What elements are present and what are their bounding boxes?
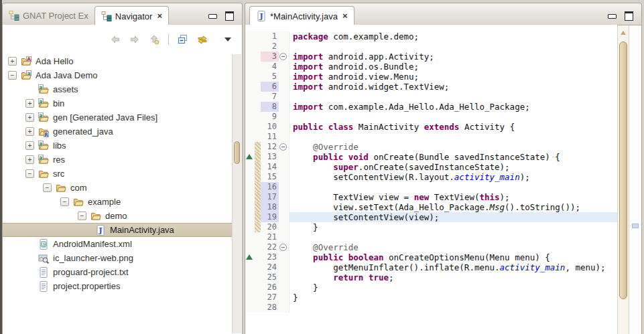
- code-text[interactable]: import com.example.Ada_Hello.Ada_Hello_P…: [289, 102, 617, 112]
- line-number[interactable]: 22: [261, 242, 279, 252]
- folding-ruler[interactable]: [279, 142, 289, 152]
- folding-ruler[interactable]: [279, 41, 289, 52]
- annotation-ruler[interactable]: [245, 52, 255, 62]
- link-with-editor-icon[interactable]: [196, 33, 209, 46]
- line-number[interactable]: 5: [261, 72, 279, 82]
- annotation-ruler[interactable]: [245, 202, 255, 212]
- line-number[interactable]: 4: [261, 62, 279, 72]
- annotation-ruler[interactable]: [245, 242, 255, 252]
- collapse-region-icon[interactable]: [279, 143, 287, 151]
- code-text[interactable]: setContentView(R.layout.activity_main);: [289, 172, 617, 182]
- folding-ruler[interactable]: [279, 272, 289, 282]
- tree-item-res[interactable]: +ares: [3, 153, 233, 167]
- expand-icon[interactable]: +: [25, 127, 34, 136]
- folding-ruler[interactable]: [279, 132, 289, 142]
- folding-ruler[interactable]: [279, 72, 289, 82]
- code-text[interactable]: return true;: [289, 272, 617, 282]
- line-number[interactable]: 7: [261, 92, 279, 102]
- tree-item-assets[interactable]: aassets: [3, 82, 233, 96]
- folding-ruler[interactable]: [279, 122, 289, 132]
- tree-item-proguard-project-txt[interactable]: proguard-project.txt: [3, 265, 233, 279]
- close-icon[interactable]: ×: [342, 12, 348, 20]
- annotation-ruler[interactable]: [245, 82, 255, 92]
- annotation-ruler[interactable]: [245, 293, 255, 303]
- line-number[interactable]: 1: [261, 31, 279, 41]
- line-number[interactable]: 8: [261, 102, 279, 112]
- code-text[interactable]: public class MainActivity extends Activi…: [289, 122, 617, 132]
- code-text[interactable]: import android.app.Activity;: [289, 52, 617, 62]
- tree-item-project-properties[interactable]: project.properties: [3, 279, 233, 293]
- folding-ruler[interactable]: [279, 152, 289, 162]
- annotation-ruler[interactable]: [245, 182, 255, 192]
- annotation-ruler[interactable]: [245, 282, 255, 293]
- expand-icon[interactable]: +: [25, 99, 34, 108]
- collapse-icon[interactable]: −: [78, 212, 86, 220]
- code-text[interactable]: TextView view = new TextView(this);: [289, 192, 617, 202]
- line-number[interactable]: 2: [261, 41, 279, 52]
- line-number[interactable]: 19: [261, 212, 279, 222]
- folding-ruler[interactable]: [279, 222, 289, 232]
- code-text[interactable]: import android.view.Menu;: [289, 72, 617, 82]
- minimize-icon[interactable]: [608, 14, 617, 19]
- expand-icon[interactable]: +: [25, 141, 34, 150]
- code-text[interactable]: @Override: [289, 242, 617, 252]
- line-number[interactable]: 23: [261, 252, 279, 262]
- annotation-ruler[interactable]: [245, 31, 255, 41]
- maximize-icon[interactable]: [625, 11, 633, 21]
- scrollbar-thumb[interactable]: [234, 141, 240, 164]
- annotation-ruler[interactable]: [245, 222, 255, 232]
- code-text[interactable]: super.onCreate(savedInstanceState);: [289, 162, 617, 172]
- tree-item-ada-java-demo[interactable]: −aAda Java Demo: [3, 68, 233, 82]
- line-number[interactable]: 24: [261, 262, 279, 272]
- folding-ruler[interactable]: [279, 102, 289, 112]
- expand-icon[interactable]: +: [25, 155, 34, 164]
- folding-ruler[interactable]: [279, 252, 289, 262]
- tree-item-com[interactable]: −com: [3, 181, 233, 195]
- annotation-ruler[interactable]: [245, 303, 255, 313]
- line-number[interactable]: 21: [261, 232, 279, 242]
- overview-ruler[interactable]: [629, 25, 641, 334]
- up-icon[interactable]: [147, 33, 161, 46]
- collapse-icon[interactable]: −: [43, 183, 52, 192]
- line-number[interactable]: 6: [261, 82, 279, 92]
- collapse-icon[interactable]: −: [25, 169, 34, 178]
- line-number[interactable]: 14: [261, 162, 279, 172]
- folding-ruler[interactable]: [279, 202, 289, 212]
- code-text[interactable]: [289, 112, 617, 122]
- annotation-ruler[interactable]: [245, 122, 255, 132]
- annotation-ruler[interactable]: [245, 72, 255, 82]
- code-text[interactable]: public boolean onCreateOptionsMenu(Menu …: [289, 252, 617, 262]
- annotation-ruler[interactable]: [245, 252, 255, 262]
- folding-ruler[interactable]: [279, 192, 289, 202]
- tree-item-ic-launcher-web-png[interactable]: ic_launcher-web.png: [3, 251, 233, 265]
- annotation-ruler[interactable]: [245, 41, 255, 52]
- annotation-ruler[interactable]: [245, 112, 255, 122]
- code-text[interactable]: import android.widget.TextView;: [289, 82, 617, 92]
- annotation-ruler[interactable]: [245, 172, 255, 182]
- code-text[interactable]: view.setText(Ada_Hello_Package.Msg().toS…: [289, 202, 617, 212]
- collapse-region-icon[interactable]: [279, 53, 287, 60]
- tab-mainactivity-java[interactable]: J *MainActivity.java ×: [249, 6, 355, 25]
- annotation-ruler[interactable]: [245, 92, 255, 102]
- code-text[interactable]: }: [289, 282, 617, 293]
- folding-ruler[interactable]: [279, 242, 289, 252]
- folding-ruler[interactable]: [279, 92, 289, 102]
- code-text[interactable]: }: [289, 293, 617, 303]
- maximize-icon[interactable]: [225, 11, 234, 21]
- tree-item-src[interactable]: −src: [3, 167, 233, 181]
- annotation-ruler[interactable]: [245, 142, 255, 152]
- line-number[interactable]: 27: [261, 293, 279, 303]
- tree-item-mainactivity-java[interactable]: JMainActivity.java: [3, 223, 233, 237]
- tree-item-generated-java[interactable]: +Rgenerated_java: [3, 124, 233, 139]
- folding-ruler[interactable]: [279, 112, 289, 122]
- folding-ruler[interactable]: [279, 82, 289, 92]
- line-number[interactable]: 28: [261, 303, 279, 313]
- folding-ruler[interactable]: [279, 262, 289, 272]
- folding-ruler[interactable]: [279, 172, 289, 182]
- line-number[interactable]: 9: [261, 112, 279, 122]
- folding-ruler[interactable]: [279, 212, 289, 222]
- annotation-ruler[interactable]: [245, 212, 255, 222]
- line-number[interactable]: 11: [261, 132, 279, 142]
- back-icon[interactable]: [109, 33, 122, 46]
- annotation-ruler[interactable]: [245, 152, 255, 162]
